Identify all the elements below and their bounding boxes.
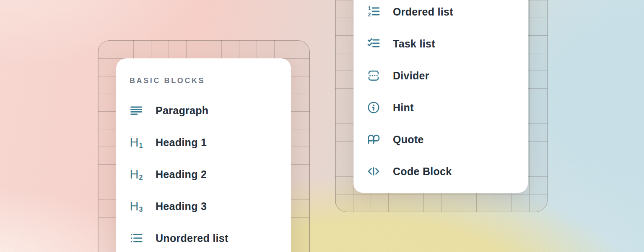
ordered-list-icon: 1 2: [367, 5, 380, 18]
menu-item-hint[interactable]: Hint: [353, 92, 528, 123]
menu-item-label: Task list: [393, 38, 435, 50]
menu-item-unordered-list[interactable]: Unordered list: [116, 222, 291, 252]
menu-item-label: Heading 2: [156, 168, 207, 181]
svg-text:1: 1: [368, 5, 371, 11]
code-block-icon: [367, 165, 380, 178]
menu-item-ordered-list[interactable]: 1 2 Ordered list: [353, 0, 528, 28]
menu-section-header: BASIC BLOCKS: [116, 71, 291, 90]
basic-blocks-menu-card: BASIC BLOCKS Paragraph H1 Heading 1 H2 H…: [116, 58, 291, 252]
quote-icon: [367, 133, 380, 146]
menu-item-heading-2[interactable]: H2 Heading 2: [116, 158, 291, 190]
menu-item-label: Ordered list: [393, 6, 453, 18]
svg-text:2: 2: [368, 12, 371, 18]
menu-item-label: Heading 1: [156, 136, 207, 149]
menu-item-label: Code Block: [393, 165, 452, 178]
paragraph-icon: [130, 104, 143, 117]
task-list-icon: [367, 37, 380, 50]
blocks-menu-card-right: 1 2 Ordered list Task list: [353, 0, 528, 193]
heading-1-icon: H1: [130, 136, 143, 149]
menu-item-label: Quote: [393, 134, 424, 146]
menu-item-heading-1[interactable]: H1 Heading 1: [116, 126, 291, 158]
menu-item-paragraph[interactable]: Paragraph: [116, 94, 291, 126]
menu-item-label: Paragraph: [156, 105, 208, 117]
menu-item-task-list[interactable]: Task list: [353, 28, 528, 60]
menu-item-label: Heading 3: [156, 200, 207, 213]
heading-2-icon: H2: [130, 168, 143, 181]
menu-item-quote[interactable]: Quote: [353, 123, 528, 155]
unordered-list-icon: [130, 231, 143, 245]
menu-item-label: Hint: [393, 102, 414, 114]
menu-item-label: Divider: [393, 70, 429, 82]
canvas-background: BASIC BLOCKS Paragraph H1 Heading 1 H2 H…: [0, 0, 644, 252]
divider-icon: [367, 69, 380, 82]
menu-item-heading-3[interactable]: H3 Heading 3: [116, 190, 291, 222]
heading-3-icon: H3: [130, 200, 143, 213]
menu-item-code-block[interactable]: Code Block: [353, 155, 528, 187]
menu-item-label: Unordered list: [156, 232, 229, 244]
menu-item-divider[interactable]: Divider: [353, 60, 528, 92]
hint-icon: [367, 101, 380, 114]
menu-section-title: BASIC BLOCKS: [130, 76, 205, 85]
